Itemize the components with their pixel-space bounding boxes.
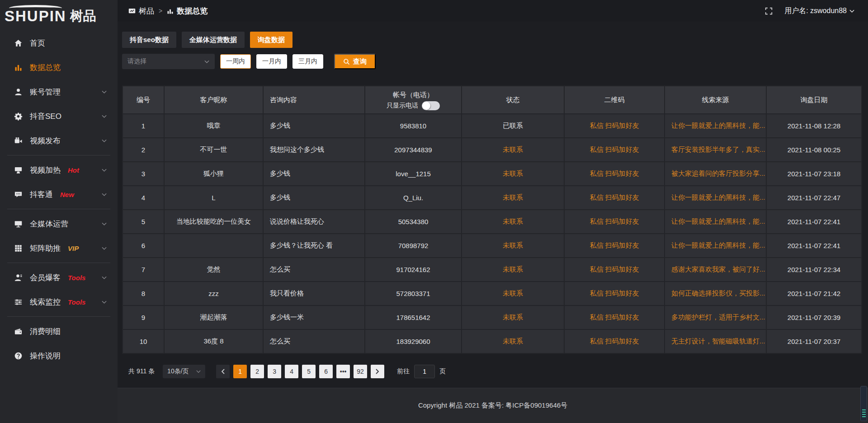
sidebar-nav: 首页数据总览账号管理抖音SEO视频发布视频加热Hot抖客通New全媒体运营矩阵助… [0,25,118,368]
cell-qrcode-link[interactable]: 私信 扫码加好友 [564,258,665,282]
cell-source-link[interactable]: 让你一眼就爱上的黑科技，能... [665,186,766,210]
cell-content: 我只看价格 [263,282,365,306]
sidebar-item-label: 消费明细 [30,326,61,337]
grid-icon [14,244,23,253]
sidebar-item-10[interactable]: 线索监控Tools [0,290,118,314]
sidebar-divider [7,155,110,155]
sidebar-item-3[interactable]: 抖音SEO [0,104,118,128]
cell-qrcode-link[interactable]: 私信 扫码加好友 [564,114,665,138]
sidebar-item-0[interactable]: 首页 [0,31,118,55]
cell-qrcode-link[interactable]: 私信 扫码加好友 [564,234,665,258]
cell-qrcode-link[interactable]: 私信 扫码加好友 [564,282,665,306]
page-button-3[interactable]: 3 [268,365,281,378]
goto-label: 前往 [397,367,410,376]
cell-qrcode-link[interactable]: 私信 扫码加好友 [564,329,665,353]
cell-status: 未联系 [462,282,564,306]
cell-qrcode-link[interactable]: 私信 扫码加好友 [564,162,665,186]
cell-qrcode-link[interactable]: 私信 扫码加好友 [564,186,665,210]
user-menu[interactable]: 用户名: zswodun88 [784,6,854,16]
range-buttons: 一周内一月内三月内 [215,54,323,69]
tab-1[interactable]: 全媒体运营数据 [182,32,245,48]
question-icon [14,351,23,360]
sidebar-item-badge: Tools [68,274,85,282]
cell-source-link[interactable]: 让你一眼就爱上的黑科技，能... [665,210,766,234]
sidebar-item-label: 抖客通 [30,189,53,200]
floating-chat-widget[interactable] [860,386,867,421]
sidebar-item-1[interactable]: 数据总览 [0,55,118,80]
page-button-5[interactable]: 5 [302,365,316,378]
cell-nickname: zzz [164,282,263,306]
tab-2[interactable]: 询盘数据 [250,32,292,48]
filter-select[interactable]: 请选择 [122,54,215,69]
page-size-select[interactable]: 10条/页 [163,365,205,378]
sidebar-item-4[interactable]: 视频发布 [0,128,118,153]
page-button-4[interactable]: 4 [285,365,298,378]
goto-page-input[interactable] [414,365,435,378]
cell-date: 2021-11-07 20:39 [766,306,862,329]
chevron-down-icon [102,247,107,250]
sidebar-item-6[interactable]: 抖客通New [0,182,118,207]
chevron-down-icon [204,60,209,63]
table-row: 6多少钱？让我死心 看70898792未联系私信 扫码加好友让你一眼就爱上的黑科… [123,234,862,258]
breadcrumb-item-current[interactable]: 数据总览 [167,6,208,16]
page-button-2[interactable]: 2 [250,365,264,378]
search-button-label: 查询 [353,57,367,66]
cell-qrcode-link[interactable]: 私信 扫码加好友 [564,210,665,234]
sidebar-item-label: 账号管理 [30,87,61,97]
logo-wordmark: SHUPIN [5,4,66,24]
sidebar-item-9[interactable]: 会员爆客Tools [0,265,118,290]
sidebar-item-12[interactable]: 操作说明 [0,343,118,368]
fullscreen-icon[interactable] [765,7,773,15]
tab-0[interactable]: 抖音seo数据 [122,32,176,48]
goto-page: 前往 页 [397,365,446,378]
app-logo[interactable]: SHUPIN 树品 [0,0,118,25]
cell-status: 未联系 [462,162,564,186]
sidebar-item-7[interactable]: 全媒体运营 [0,212,118,236]
cell-source-link[interactable]: 让你一眼就爱上的黑科技，能... [665,234,766,258]
cell-qrcode-link[interactable]: 私信 扫码加好友 [564,306,665,329]
cell-qrcode-link[interactable]: 私信 扫码加好友 [564,138,665,162]
chevron-down-icon [102,276,107,279]
page-button-92[interactable]: 92 [354,365,367,378]
col-header-account-title: 帐号（电话） [365,90,461,99]
page-button-1[interactable]: 1 [233,365,247,378]
footer: Copyright 树品 2021 备案号: 粤ICP备09019646号 [118,388,868,423]
cell-source-link[interactable]: 多功能护栏灯，适用于乡村文... [665,306,766,329]
page-button-6[interactable]: 6 [319,365,333,378]
cell-date: 2021-11-07 21:42 [766,282,862,306]
cell-account: love__1215 [365,162,462,186]
page-ellipsis-button[interactable]: ••• [336,365,350,378]
range-button-2[interactable]: 三月内 [292,54,323,69]
home-icon [14,38,23,47]
chat-icon [14,190,23,199]
content-area: 抖音seo数据全媒体运营数据询盘数据 请选择 一周内一月内三月内 查询 [118,22,868,388]
topbar: 树品 > 数据总览 用户名: zswodun88 [118,0,868,22]
sidebar-item-label: 首页 [30,38,45,48]
cell-account: Q_Liu. [365,186,462,210]
prev-page-button[interactable] [216,365,230,378]
sidebar-item-label: 数据总览 [30,62,61,73]
sidebar-item-11[interactable]: 消费明细 [0,319,118,343]
phone-only-toggle[interactable] [422,101,440,110]
range-button-0[interactable]: 一周内 [220,54,251,69]
breadcrumb-item-home[interactable]: 树品 [128,6,154,16]
sidebar-item-2[interactable]: 账号管理 [0,80,118,104]
next-page-button[interactable] [371,365,384,378]
cell-date: 2021-11-07 22:47 [766,186,862,210]
cell-source-link[interactable]: 被大家追着问的客厅投影分享... [665,162,766,186]
chevron-left-icon [221,369,225,374]
goto-suffix-label: 页 [439,367,446,376]
range-button-1[interactable]: 一月内 [256,54,287,69]
search-button[interactable]: 查询 [334,54,376,69]
cell-source-link[interactable]: 感谢大家喜欢我家，被问了好... [665,258,766,282]
cell-source-link[interactable]: 客厅安装投影半年多了，真实... [665,138,766,162]
sidebar-item-8[interactable]: 矩阵助推VIP [0,236,118,260]
chevron-down-icon [102,222,107,226]
cell-source-link[interactable]: 让你一眼就爱上的黑科技，能... [665,114,766,138]
sidebar-item-5[interactable]: 视频加热Hot [0,158,118,182]
cell-status: 未联系 [462,186,564,210]
cell-source-link[interactable]: 如何正确选择投影仪，买投影... [665,282,766,306]
cell-source-link[interactable]: 无主灯设计，智能磁吸轨道灯... [665,329,766,353]
cell-content: 多少钱 [263,162,365,186]
cell-content: 多少钱 [263,186,365,210]
